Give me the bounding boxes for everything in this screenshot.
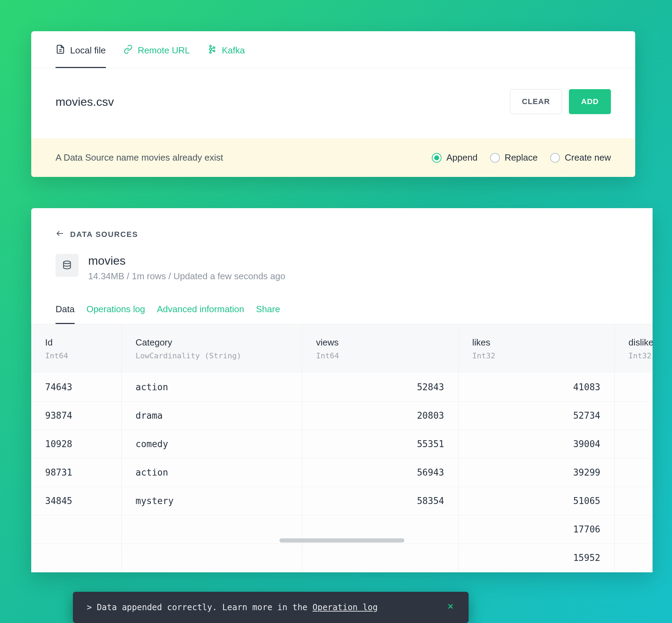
column-header-id[interactable]: Id Int64 xyxy=(31,324,121,373)
cell-dislikes: 43 xyxy=(614,373,653,401)
table-row: 34845mystery583545106545 xyxy=(31,487,653,515)
radio-dot-icon xyxy=(490,153,500,163)
kafka-icon xyxy=(207,44,217,57)
cell-likes: 17706 xyxy=(458,515,614,544)
cell-id: 74643 xyxy=(31,373,121,401)
close-icon[interactable] xyxy=(446,602,455,613)
svg-point-3 xyxy=(209,48,211,50)
notice-text: A Data Source name movies already exist xyxy=(56,152,223,163)
cell-likes: 41083 xyxy=(458,373,614,401)
clear-button[interactable]: CLEAR xyxy=(510,89,562,114)
cell-dislikes: 64 xyxy=(614,544,653,572)
radio-label: Create new xyxy=(565,152,611,163)
cell-views: 55351 xyxy=(302,430,458,458)
cell-dislikes: 4 xyxy=(614,430,653,458)
tab-operations-log[interactable]: Operations log xyxy=(86,298,145,324)
tab-local-file[interactable]: Local file xyxy=(56,31,106,68)
cell-category: action xyxy=(121,373,302,401)
file-row: movies.csv CLEAR ADD xyxy=(31,68,635,138)
radio-label: Append xyxy=(446,152,478,163)
selected-file-name: movies.csv xyxy=(56,95,114,109)
datasource-card: DATA SOURCES movies 14.34MB / 1m rows / … xyxy=(31,208,653,572)
table-row: 10928comedy55351390044 xyxy=(31,430,653,458)
cell-views: 20803 xyxy=(302,401,458,430)
horizontal-scrollbar[interactable] xyxy=(279,538,404,543)
cell-category: drama xyxy=(121,401,302,430)
table-header-row: Id Int64 Category LowCardinality (String… xyxy=(31,324,653,373)
tab-label: Local file xyxy=(70,45,106,56)
toast-message: > Data appended correctly. Learn more in… xyxy=(87,603,378,612)
cell-likes: 52734 xyxy=(458,401,614,430)
existing-datasource-notice: A Data Source name movies already exist … xyxy=(31,138,635,177)
back-label: DATA SOURCES xyxy=(70,230,138,239)
svg-point-2 xyxy=(210,45,211,47)
table-row: 74643action528434108343 xyxy=(31,373,653,401)
cell-likes: 15952 xyxy=(458,544,614,572)
datasource-title: movies xyxy=(88,254,285,267)
cell-dislikes: 45 xyxy=(614,487,653,515)
radio-dot-icon xyxy=(432,153,442,163)
cell-category: mystery xyxy=(121,487,302,515)
column-header-likes[interactable]: likes Int32 xyxy=(458,324,614,373)
file-icon xyxy=(56,44,65,57)
cell-id: 93874 xyxy=(31,401,121,430)
datasource-title-block: movies 14.34MB / 1m rows / Updated a few… xyxy=(88,254,285,282)
cell-id xyxy=(31,544,121,572)
cell-likes: 51065 xyxy=(458,487,614,515)
column-header-dislikes[interactable]: dislikes Int32 xyxy=(614,324,653,373)
cell-likes: 39004 xyxy=(458,430,614,458)
radio-replace[interactable]: Replace xyxy=(490,152,538,163)
add-button[interactable]: ADD xyxy=(569,89,611,114)
cell-id: 10928 xyxy=(31,430,121,458)
datasource-meta: 14.34MB / 1m rows / Updated a few second… xyxy=(88,271,285,282)
svg-point-12 xyxy=(64,261,70,264)
svg-point-4 xyxy=(210,52,211,53)
datasource-header: movies 14.34MB / 1m rows / Updated a few… xyxy=(31,254,653,298)
cell-likes: 39299 xyxy=(458,458,614,487)
radio-dot-icon xyxy=(550,153,560,163)
conflict-options: Append Replace Create new xyxy=(432,152,611,163)
success-toast: > Data appended correctly. Learn more in… xyxy=(73,592,469,623)
back-link[interactable]: DATA SOURCES xyxy=(31,229,653,254)
upload-card: Local file Remote URL Kafka movies.csv C… xyxy=(31,31,635,177)
file-buttons: CLEAR ADD xyxy=(510,89,611,114)
cell-views xyxy=(302,544,458,572)
table-row: 98731action569433929941 xyxy=(31,458,653,487)
column-header-views[interactable]: views Int64 xyxy=(302,324,458,373)
data-table-wrap: Id Int64 Category LowCardinality (String… xyxy=(31,324,653,572)
table-row: 93874drama208035273456 xyxy=(31,401,653,430)
datasource-tabs: Data Operations log Advanced information… xyxy=(31,298,653,324)
link-icon xyxy=(123,44,133,57)
data-table: Id Int64 Category LowCardinality (String… xyxy=(31,324,653,572)
cell-views: 52843 xyxy=(302,373,458,401)
cell-views: 56943 xyxy=(302,458,458,487)
cell-category xyxy=(121,544,302,572)
cell-dislikes: 64 xyxy=(614,515,653,544)
source-tabs: Local file Remote URL Kafka xyxy=(31,31,635,68)
arrow-left-icon xyxy=(56,229,65,240)
svg-point-6 xyxy=(213,50,215,52)
radio-label: Replace xyxy=(505,152,538,163)
cell-id: 34845 xyxy=(31,487,121,515)
tab-label: Kafka xyxy=(222,45,245,56)
tab-remote-url[interactable]: Remote URL xyxy=(123,31,190,68)
radio-create-new[interactable]: Create new xyxy=(550,152,611,163)
tab-data[interactable]: Data xyxy=(56,298,75,324)
cell-category xyxy=(121,515,302,544)
operation-log-link[interactable]: Operation log xyxy=(312,603,378,612)
cell-id: 98731 xyxy=(31,458,121,487)
svg-line-10 xyxy=(211,50,213,51)
radio-append[interactable]: Append xyxy=(432,152,478,163)
cell-dislikes: 56 xyxy=(614,401,653,430)
column-header-category[interactable]: Category LowCardinality (String) xyxy=(121,324,302,373)
cell-id xyxy=(31,515,121,544)
tab-share[interactable]: Share xyxy=(256,298,280,324)
table-row: 1595264 xyxy=(31,544,653,572)
database-icon xyxy=(56,254,78,277)
cell-category: action xyxy=(121,458,302,487)
cell-category: comedy xyxy=(121,430,302,458)
tab-advanced-information[interactable]: Advanced information xyxy=(157,298,244,324)
cell-views: 58354 xyxy=(302,487,458,515)
svg-point-5 xyxy=(213,47,215,49)
tab-kafka[interactable]: Kafka xyxy=(207,31,245,68)
